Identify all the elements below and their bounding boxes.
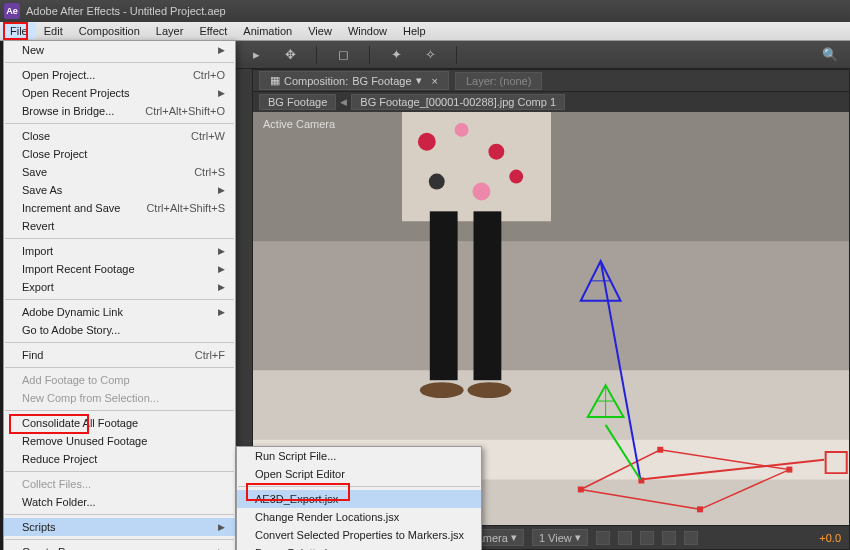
menu-item-label: Scripts	[22, 521, 56, 533]
views-dropdown[interactable]: 1 View▾	[532, 529, 588, 546]
menu-item-label: Change Render Locations.jsx	[255, 511, 399, 523]
menu-item-label: New Comp from Selection...	[22, 392, 159, 404]
menu-item-label: Convert Selected Properties to Markers.j…	[255, 529, 464, 541]
menu-separator	[238, 486, 480, 487]
menu-item-label: Export	[22, 281, 54, 293]
menu-item-consolidate-all-footage[interactable]: Consolidate All Footage	[4, 414, 235, 432]
cursor-icon[interactable]: ▸	[246, 47, 266, 63]
file-menu-dropdown[interactable]: New▶Open Project...Ctrl+OOpen Recent Pro…	[3, 40, 236, 550]
tab-layer-label: Layer: (none)	[466, 75, 531, 87]
composition-tab-bar[interactable]: ▦ Composition: BG Footage ▾ × Layer: (no…	[253, 70, 849, 92]
menu-separator	[5, 410, 234, 411]
menu-item-save[interactable]: SaveCtrl+S	[4, 163, 235, 181]
fast-preview-icon[interactable]	[640, 531, 654, 545]
menu-item-export[interactable]: Export▶	[4, 278, 235, 296]
tool-divider	[369, 46, 370, 64]
menu-animation[interactable]: Animation	[235, 23, 300, 39]
menu-item-close[interactable]: CloseCtrl+W	[4, 127, 235, 145]
dropdown-icon[interactable]: ▾	[416, 74, 422, 87]
menu-item-label: Watch Folder...	[22, 496, 96, 508]
menu-item-label: Open Recent Projects	[22, 87, 130, 99]
menu-item-import-recent-footage[interactable]: Import Recent Footage▶	[4, 260, 235, 278]
menu-item-label: AE3D_Export.jsx	[255, 493, 338, 505]
menu-item-change-render-locations-jsx[interactable]: Change Render Locations.jsx	[237, 508, 481, 526]
menu-item-close-project[interactable]: Close Project	[4, 145, 235, 163]
menu-effect[interactable]: Effect	[191, 23, 235, 39]
viewport-camera-label: Active Camera	[263, 118, 335, 130]
tool-strip[interactable]: ▸ ✥ ◻ ✦ ✧ 🔍	[236, 41, 850, 69]
svg-rect-12	[474, 211, 502, 380]
menu-item-open-recent-projects[interactable]: Open Recent Projects▶	[4, 84, 235, 102]
menu-edit[interactable]: Edit	[36, 23, 71, 39]
scripts-submenu[interactable]: Run Script File...Open Script EditorAE3D…	[236, 446, 482, 550]
window-title: Adobe After Effects - Untitled Project.a…	[26, 5, 226, 17]
menu-help[interactable]: Help	[395, 23, 434, 39]
breadcrumb-item[interactable]: BG Footage_[00001-00288].jpg Comp 1	[351, 94, 565, 110]
menu-item-label: Consolidate All Footage	[22, 417, 138, 429]
menu-item-create-proxy[interactable]: Create Proxy▶	[4, 543, 235, 550]
menu-item-label: Open Script Editor	[255, 468, 345, 480]
axis-2d-icon[interactable]: ✧	[420, 47, 440, 63]
menu-bar[interactable]: FileEditCompositionLayerEffectAnimationV…	[0, 22, 850, 41]
menu-item-find[interactable]: FindCtrl+F	[4, 346, 235, 364]
tab-composition-name: BG Footage	[352, 75, 411, 87]
svg-point-8	[429, 174, 445, 190]
tab-composition[interactable]: ▦ Composition: BG Footage ▾ ×	[259, 71, 449, 90]
menu-item-label: Remove Unused Footage	[22, 435, 147, 447]
menu-item-import[interactable]: Import▶	[4, 242, 235, 260]
menu-item-reduce-project[interactable]: Reduce Project	[4, 450, 235, 468]
menu-layer[interactable]: Layer	[148, 23, 192, 39]
timeline-icon[interactable]	[662, 531, 676, 545]
menu-item-remove-unused-footage[interactable]: Remove Unused Footage	[4, 432, 235, 450]
menu-item-open-project[interactable]: Open Project...Ctrl+O	[4, 66, 235, 84]
menu-item-adobe-dynamic-link[interactable]: Adobe Dynamic Link▶	[4, 303, 235, 321]
submenu-arrow-icon: ▶	[218, 282, 225, 292]
menu-item-label: Add Footage to Comp	[22, 374, 130, 386]
menu-item-open-script-editor[interactable]: Open Script Editor	[237, 465, 481, 483]
svg-rect-4	[402, 112, 551, 221]
svg-rect-11	[430, 211, 458, 380]
menu-item-watch-folder[interactable]: Watch Folder...	[4, 493, 235, 511]
menu-item-label: Run Script File...	[255, 450, 336, 462]
menu-file[interactable]: File	[2, 23, 36, 39]
menu-item-save-as[interactable]: Save As▶	[4, 181, 235, 199]
snapping-icon[interactable]: ◻	[333, 47, 353, 63]
menu-item-ae3d-export-jsx[interactable]: AE3D_Export.jsx	[237, 490, 481, 508]
menu-item-browse-in-bridge[interactable]: Browse in Bridge...Ctrl+Alt+Shift+O	[4, 102, 235, 120]
tab-layer[interactable]: Layer: (none)	[455, 72, 542, 90]
search-icon[interactable]: 🔍	[820, 47, 840, 63]
submenu-arrow-icon: ▶	[218, 185, 225, 195]
grid-icon[interactable]	[596, 531, 610, 545]
menu-shortcut: Ctrl+F	[195, 349, 225, 361]
exposure-value[interactable]: +0.0	[819, 532, 841, 544]
menu-item-label: Go to Adobe Story...	[22, 324, 120, 336]
close-icon[interactable]: ×	[432, 75, 438, 87]
menu-separator	[5, 123, 234, 124]
menu-separator	[5, 514, 234, 515]
menu-item-convert-selected-properties-to-markers-jsx[interactable]: Convert Selected Properties to Markers.j…	[237, 526, 481, 544]
menu-separator	[5, 299, 234, 300]
menu-shortcut: Ctrl+O	[193, 69, 225, 81]
menu-shortcut: Ctrl+Alt+Shift+S	[146, 202, 225, 214]
menu-view[interactable]: View	[300, 23, 340, 39]
reset-exposure-icon[interactable]	[684, 531, 698, 545]
menu-item-increment-and-save[interactable]: Increment and SaveCtrl+Alt+Shift+S	[4, 199, 235, 217]
comp-breadcrumb[interactable]: BG Footage ◀ BG Footage_[00001-00288].jp…	[253, 92, 849, 112]
menu-item-label: Close Project	[22, 148, 87, 160]
menu-window[interactable]: Window	[340, 23, 395, 39]
menu-item-revert[interactable]: Revert	[4, 217, 235, 235]
axis-3d-icon[interactable]: ✦	[386, 47, 406, 63]
menu-item-label: Increment and Save	[22, 202, 120, 214]
menu-item-new[interactable]: New▶	[4, 41, 235, 59]
menu-item-demo-palette-jsx[interactable]: Demo Palette.jsx	[237, 544, 481, 550]
submenu-arrow-icon: ▶	[218, 307, 225, 317]
hand-icon[interactable]: ✥	[280, 47, 300, 63]
pixel-aspect-icon[interactable]	[618, 531, 632, 545]
breadcrumb-item[interactable]: BG Footage	[259, 94, 336, 110]
menu-composition[interactable]: Composition	[71, 23, 148, 39]
menu-shortcut: Ctrl+S	[194, 166, 225, 178]
menu-item-scripts[interactable]: Scripts▶	[4, 518, 235, 536]
menu-item-go-to-adobe-story[interactable]: Go to Adobe Story...	[4, 321, 235, 339]
menu-item-run-script-file[interactable]: Run Script File...	[237, 447, 481, 465]
grid-icon: ▦	[270, 74, 280, 87]
